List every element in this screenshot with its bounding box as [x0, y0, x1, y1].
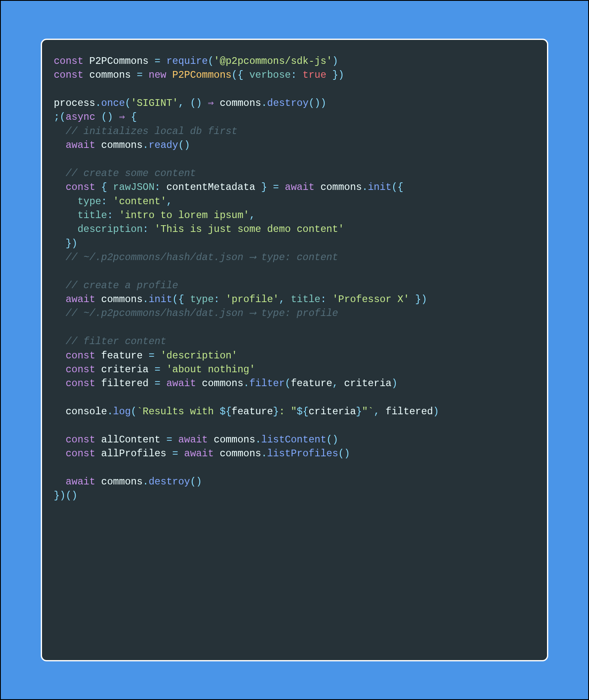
token-op: ( — [285, 378, 291, 389]
token-id: allContent — [95, 434, 166, 445]
token-op: ({ — [172, 294, 190, 305]
token-id — [54, 434, 66, 445]
token-com: // initializes local db first — [66, 126, 237, 137]
token-id — [54, 139, 66, 151]
token-op: . — [143, 139, 149, 151]
token-id — [54, 364, 66, 375]
token-kw: const — [66, 448, 95, 459]
token-kw: await — [184, 448, 214, 459]
token-fn: destroy — [149, 476, 190, 487]
token-op: }) — [326, 69, 344, 81]
token-op: ({ — [392, 182, 403, 193]
token-bool: true — [302, 69, 326, 81]
token-com: // create some content — [66, 168, 196, 179]
token-op: , — [279, 294, 291, 305]
token-kw: const — [66, 182, 95, 193]
token-op: { — [95, 182, 113, 193]
token-id: console — [54, 406, 107, 417]
token-id — [54, 294, 66, 305]
token-fn: once — [101, 97, 125, 109]
token-op: , — [166, 196, 172, 207]
token-op: , — [374, 406, 386, 417]
token-id — [54, 378, 66, 389]
token-op: , — [249, 210, 255, 221]
token-str: 'SIGINT' — [131, 97, 178, 109]
token-op: ( — [125, 97, 131, 109]
token-id: criteria — [344, 378, 392, 389]
token-op: () — [338, 448, 350, 459]
token-fn: filter — [249, 378, 285, 389]
token-kw: await — [66, 476, 95, 487]
token-str: 'profile' — [226, 294, 279, 305]
token-id — [54, 210, 77, 221]
token-fn: require — [166, 55, 208, 67]
token-id — [54, 308, 66, 319]
token-kw: await — [285, 182, 315, 193]
token-prop: title — [291, 294, 321, 305]
token-com: // ~/.p2pcommons/hash/dat.json ⟶ type: p… — [66, 308, 338, 319]
token-id: feature — [95, 350, 149, 361]
token-op: . — [255, 434, 261, 445]
token-kw: ⇒ — [119, 111, 125, 123]
token-id: commons — [208, 434, 255, 445]
token-op: . — [143, 294, 149, 305]
token-prop: type — [190, 294, 213, 305]
token-str: : " — [279, 406, 297, 417]
token-op: : — [101, 196, 113, 207]
token-op: = — [172, 448, 184, 459]
token-cls: P2PCommons — [172, 69, 231, 81]
token-id — [54, 126, 66, 137]
token-kw: async — [66, 111, 95, 123]
outer-frame: const P2PCommons = require('@p2pcommons/… — [0, 0, 589, 700]
token-op: : — [214, 294, 226, 305]
token-op: , — [332, 378, 344, 389]
token-id: filtered — [386, 406, 433, 417]
token-str: 'about nothing' — [166, 364, 255, 375]
token-op: = — [166, 434, 178, 445]
token-str: 'intro to lorem ipsum' — [119, 210, 249, 221]
token-op: { — [125, 111, 137, 123]
token-op: = — [155, 55, 166, 67]
token-id — [54, 280, 66, 291]
token-op: } — [356, 406, 362, 417]
token-op: . — [107, 406, 113, 417]
token-id: P2PCommons — [84, 55, 155, 67]
token-op: ) — [433, 406, 439, 417]
token-fn: init — [368, 182, 392, 193]
token-id — [54, 476, 66, 487]
token-str: '@p2pcommons/sdk-js' — [214, 55, 332, 67]
token-id — [166, 69, 172, 81]
token-str: 'Professor X' — [332, 294, 409, 305]
token-id: commons — [95, 139, 143, 151]
token-op: ${ — [297, 406, 308, 417]
token-prop: type — [77, 196, 101, 207]
token-op: () — [95, 111, 119, 123]
token-op: })() — [54, 490, 77, 501]
token-com: // ~/.p2pcommons/hash/dat.json ⟶ type: c… — [66, 252, 338, 263]
token-op: }) — [66, 238, 77, 249]
token-id: commons — [84, 69, 137, 81]
token-op: = — [137, 69, 148, 81]
token-id — [54, 448, 66, 459]
token-op: ${ — [220, 406, 231, 417]
token-op: () — [178, 139, 190, 151]
token-str: `Results with — [137, 406, 219, 417]
token-op: : — [291, 69, 302, 81]
token-kw: const — [66, 364, 95, 375]
token-id — [54, 252, 66, 263]
token-str: "` — [362, 406, 373, 417]
token-kw: await — [166, 378, 196, 389]
token-str: 'This is just some demo content' — [155, 224, 344, 235]
token-id — [54, 182, 66, 193]
token-op: ) — [392, 378, 397, 389]
token-str: 'content' — [113, 196, 166, 207]
token-op: . — [243, 378, 249, 389]
token-op: }) — [409, 294, 427, 305]
token-kw: const — [66, 378, 95, 389]
token-id — [54, 224, 77, 235]
token-kw: await — [66, 139, 95, 151]
token-id — [54, 238, 66, 249]
token-id: commons — [95, 476, 143, 487]
token-op: . — [143, 476, 149, 487]
token-id: commons — [315, 182, 362, 193]
